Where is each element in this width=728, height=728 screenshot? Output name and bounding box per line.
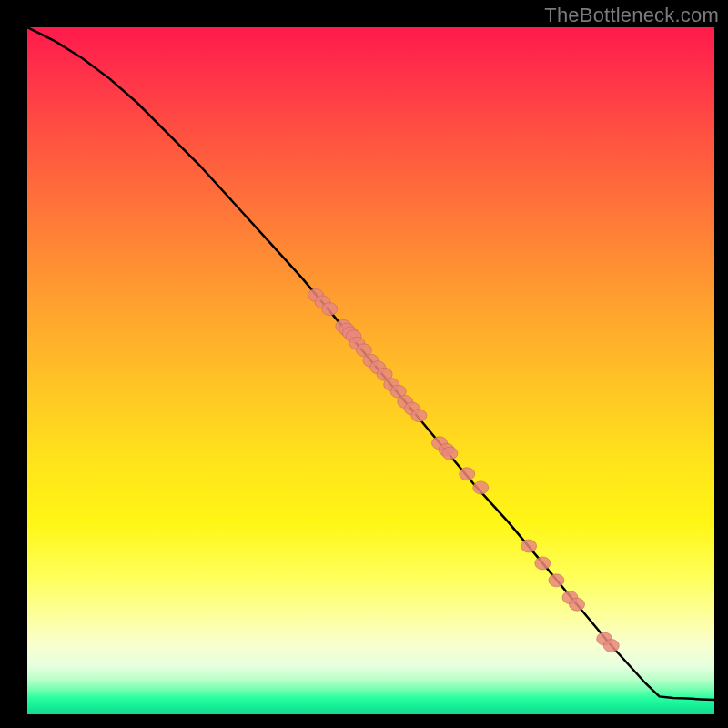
attribution-text: TheBottleneck.com [544,4,719,27]
scatter-marker [549,574,564,587]
scatter-marker [411,410,427,422]
scatter-marker [460,468,475,480]
scatter-marker [535,557,551,570]
scatter-marker [521,540,537,552]
scatter-marker [603,640,619,652]
scatter-marker [322,303,338,316]
scatter-marker [442,447,458,460]
chart-stage: TheBottleneck.com [0,0,728,728]
scatter-markers-group [308,288,620,652]
scatter-marker [570,598,585,611]
scatter-marker [473,481,489,494]
chart-svg [27,27,714,714]
plot-area [27,27,714,714]
